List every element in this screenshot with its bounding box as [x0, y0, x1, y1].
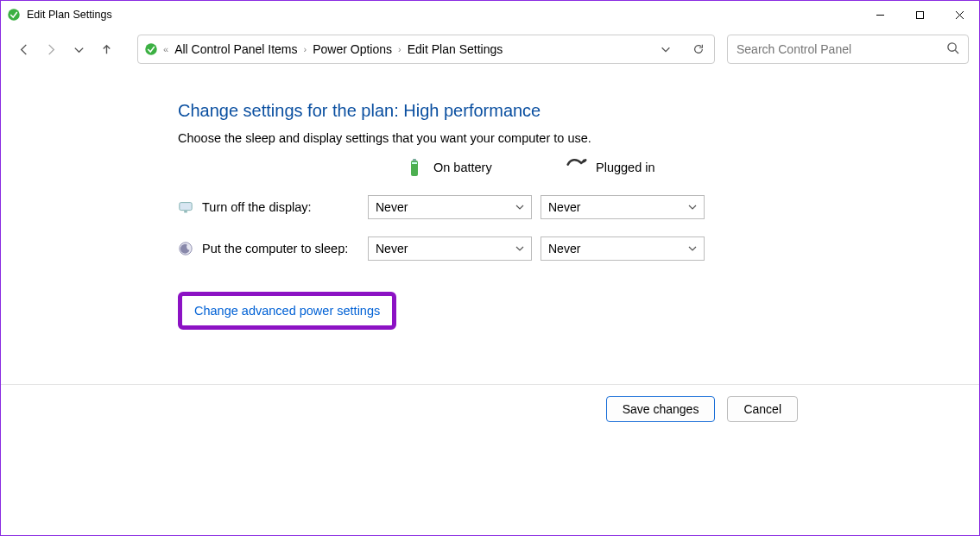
recent-dropdown-button[interactable]	[66, 37, 91, 61]
content-area: Change settings for the plan: High perfo…	[1, 70, 979, 330]
forward-button[interactable]	[39, 37, 63, 61]
page-subtext: Choose the sleep and display settings th…	[178, 131, 979, 145]
maximize-button[interactable]	[900, 1, 939, 28]
svg-point-5	[145, 43, 157, 55]
back-button[interactable]	[11, 37, 35, 61]
save-button[interactable]: Save changes	[606, 396, 716, 422]
row-sleep-label: Put the computer to sleep:	[178, 241, 368, 256]
up-button[interactable]	[94, 37, 118, 61]
breadcrumb-item-edit[interactable]: Edit Plan Settings	[404, 42, 507, 56]
close-button[interactable]	[939, 1, 979, 28]
chevron-down-icon	[515, 244, 524, 253]
svg-point-6	[948, 42, 956, 50]
breadcrumb-item-power[interactable]: Power Options	[309, 42, 395, 56]
chevron-right-icon: ›	[395, 44, 404, 54]
window-controls	[860, 1, 979, 28]
svg-rect-13	[184, 211, 187, 213]
chevron-down-icon	[688, 203, 697, 211]
window-title: Edit Plan Settings	[27, 9, 860, 21]
column-header-battery: On battery	[368, 157, 541, 178]
battery-icon	[404, 157, 425, 178]
settings-grid: On battery Plugged in Turn off the displ…	[178, 157, 979, 261]
display-plugged-select[interactable]: Never	[541, 195, 705, 219]
sleep-plugged-select[interactable]: Never	[541, 236, 705, 261]
svg-rect-12	[180, 203, 192, 211]
column-battery-label: On battery	[433, 161, 492, 174]
search-icon[interactable]	[946, 41, 959, 58]
svg-rect-2	[916, 11, 923, 18]
address-dropdown-button[interactable]	[655, 43, 676, 55]
breadcrumb-item-all[interactable]: All Control Panel Items	[171, 42, 300, 56]
refresh-button[interactable]	[688, 43, 709, 55]
chevron-down-icon	[688, 244, 697, 253]
column-header-plugged: Plugged in	[541, 157, 713, 178]
svg-rect-10	[412, 162, 417, 164]
highlight-box: Change advanced power settings	[178, 292, 396, 330]
footer-bar: Save changes Cancel	[1, 384, 979, 432]
app-icon	[6, 7, 22, 22]
navigation-row: « All Control Panel Items › Power Option…	[1, 28, 979, 70]
page-heading: Change settings for the plan: High perfo…	[178, 101, 979, 121]
svg-rect-9	[413, 159, 416, 161]
svg-point-11	[583, 159, 586, 162]
address-bar[interactable]: « All Control Panel Items › Power Option…	[137, 35, 715, 64]
advanced-power-settings-link[interactable]: Change advanced power settings	[194, 304, 380, 318]
display-icon	[178, 199, 193, 215]
sleep-battery-select[interactable]: Never	[368, 236, 532, 261]
plug-icon	[566, 157, 587, 178]
row-display-label: Turn off the display:	[178, 199, 368, 215]
chevron-down-icon	[515, 203, 524, 211]
svg-point-0	[8, 9, 20, 21]
column-plugged-label: Plugged in	[596, 161, 655, 174]
title-bar: Edit Plan Settings	[1, 1, 979, 28]
search-box[interactable]	[727, 35, 969, 64]
chevron-left-icon: «	[161, 44, 171, 54]
search-input[interactable]	[737, 42, 946, 56]
display-battery-select[interactable]: Never	[368, 195, 532, 219]
chevron-right-icon: ›	[301, 44, 310, 54]
address-icon	[143, 41, 159, 57]
minimize-button[interactable]	[860, 1, 900, 28]
sleep-icon	[178, 241, 193, 256]
cancel-button[interactable]: Cancel	[727, 396, 798, 422]
svg-line-7	[955, 50, 958, 54]
